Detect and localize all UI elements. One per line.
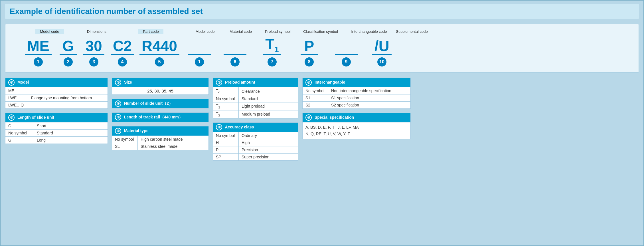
code-ME-text: ME [25, 38, 52, 55]
accuracy-P-symbol: P [213, 146, 239, 153]
material-nosymbol-desc: High carbon steel made [138, 136, 209, 143]
length-track-table: ⑤ Length of track rail（440 mm） [112, 112, 209, 122]
interchangeable-S2-desc: S2 specification [328, 102, 411, 109]
material-table: ⑥ Material type No symbol High carbon st… [112, 126, 209, 150]
length-track-circle: ⑤ [115, 114, 121, 120]
col-4: ⑨ Interchangeable No symbol Non-intercha… [302, 78, 411, 139]
model-LWEQ-desc [28, 102, 108, 109]
accuracy-P-desc: Precision [239, 146, 298, 153]
code-C2-num: 4 [118, 57, 127, 66]
label-classification-symbol-text: Classification symbol [301, 29, 340, 34]
accuracy-row-H: H High [213, 139, 298, 146]
label-interchangeable-code: Interchangeable code [345, 29, 393, 34]
preload-nosymbol-desc: Standard [239, 95, 298, 102]
length-slide-table: ② Length of slide unit C Short No symbol… [5, 113, 108, 144]
model-row-LWEQ: LWE…Q [5, 102, 108, 109]
accuracy-table: ⑧ Accuracy class No symbol Ordinary H Hi… [213, 122, 298, 161]
accuracy-nosymbol-symbol: No symbol [213, 132, 239, 139]
preload-row-T2: T2 Medium preload [213, 110, 298, 118]
preload-T1-desc: Light preload [239, 102, 298, 110]
interchangeable-row-nosymbol: No symbol Non-interchangeable specificat… [303, 87, 411, 94]
code-blank1-num: 1 [195, 57, 204, 66]
accuracy-SP-desc: Super precision [239, 153, 298, 160]
label-model-code-text: Model code [35, 29, 64, 34]
preload-T1-symbol: T1 [213, 102, 239, 110]
title-bar: Example of identification number of asse… [5, 4, 639, 19]
code-blank6-text [224, 38, 246, 55]
label-supplemental-code: Supplemental code [393, 29, 430, 34]
model-table-header: ① Model [5, 78, 108, 87]
material-nosymbol-symbol: No symbol [112, 136, 138, 143]
label-material-code-text: Material code [227, 29, 254, 34]
model-row-LWE: LWE Flange type mounting from bottom [5, 94, 108, 102]
length-slide-row-nosymbol: No symbol Standard [5, 130, 108, 137]
accuracy-H-desc: High [239, 139, 298, 146]
special-value: A, BS, D, E, F, I , J, L, LF, MAN, Q, RE… [303, 122, 411, 139]
label-material-code: Material code [222, 29, 259, 34]
length-G-desc: Long [34, 137, 108, 144]
label-preload-symbol-text: Preload symbol [263, 29, 293, 34]
interchangeable-table: ⑨ Interchangeable No symbol Non-intercha… [302, 78, 411, 109]
model-LWE-desc: Flange type mounting from bottom [28, 94, 108, 102]
code-blank9-text [335, 38, 358, 55]
code-R440-num: 5 [155, 57, 164, 66]
accuracy-nosymbol-desc: Ordinary [239, 132, 298, 139]
accuracy-SP-symbol: SP [213, 153, 239, 160]
code-C2-text: C2 [111, 38, 134, 55]
preload-Tc-desc: Clearance [239, 87, 298, 95]
length-C-desc: Short [34, 122, 108, 130]
code-T1-num: 7 [268, 57, 277, 66]
preload-row-Tc: Tc Clearance [213, 87, 298, 95]
accuracy-row-nosymbol: No symbol Ordinary [213, 132, 298, 139]
code-R440: R440 5 [137, 38, 182, 66]
accuracy-row-P: P Precision [213, 146, 298, 153]
special-header: ⑩ Special specification [303, 113, 411, 122]
code-blank6: 6 [216, 38, 254, 66]
interchangeable-S1-desc: S1 specification [328, 94, 411, 102]
accuracy-row-SP: SP Super precision [213, 153, 298, 160]
code-U-text: /U [372, 38, 392, 55]
material-circle: ⑥ [115, 128, 121, 134]
preload-T2-desc: Medium preload [239, 110, 298, 118]
tables-section: ① Model ME LWE Flange type mounting from… [5, 78, 639, 160]
label-interchangeable-code-text: Interchangeable code [349, 29, 389, 34]
code-T1-text: T1 [263, 36, 281, 55]
length-C-symbol: C [5, 122, 34, 130]
code-G-text: G [60, 38, 77, 55]
col-3: ⑦ Preload amount Tc Clearance No symbol … [213, 78, 298, 160]
preload-nosymbol-symbol: No symbol [213, 95, 239, 102]
length-track-header: ⑤ Length of track rail（440 mm） [112, 113, 209, 122]
label-dimensions-text: Dimensions [85, 29, 109, 34]
model-row-ME: ME [5, 87, 108, 94]
code-blank1-text [188, 38, 211, 55]
special-value-row: A, BS, D, E, F, I , J, L, LF, MAN, Q, RE… [303, 122, 411, 139]
material-SL-symbol: SL [112, 143, 138, 150]
number-slide-circle: ④ [115, 100, 121, 107]
size-table: ③ Size 25, 30, 35, 45 [112, 78, 209, 95]
label-preload-symbol: Preload symbol [259, 29, 296, 34]
interchangeable-row-S2: S2 S2 specification [303, 102, 411, 109]
code-P-num: 8 [305, 57, 314, 66]
code-R440-text: R440 [139, 38, 179, 55]
material-SL-desc: Stainless steel made [138, 143, 209, 150]
preload-header: ⑦ Preload amount [213, 78, 298, 87]
preload-row-nosymbol: No symbol Standard [213, 95, 298, 102]
length-nosymbol-desc: Standard [34, 130, 108, 137]
length-slide-circle: ② [8, 114, 15, 121]
preload-table: ⑦ Preload amount Tc Clearance No symbol … [213, 78, 298, 118]
size-circle: ③ [115, 79, 121, 86]
code-30: 30 3 [80, 38, 108, 66]
label-dimensions: Dimensions [80, 29, 114, 34]
interchangeable-row-S1: S1 S1 specification [303, 94, 411, 102]
label-model-code-2-text: Model code [193, 29, 217, 34]
code-P-text: P [301, 38, 318, 55]
length-slide-header: ② Length of slide unit [5, 113, 108, 122]
label-part-code: Part code [114, 29, 188, 34]
length-slide-row-C: C Short [5, 122, 108, 130]
label-part-code-text: Part code [138, 29, 163, 34]
code-U: /U 10 [365, 38, 399, 66]
code-T1: T1 7 [254, 36, 291, 66]
col-2: ③ Size 25, 30, 35, 45 ④ Number of slide … [112, 78, 209, 150]
code-blank9-num: 9 [342, 57, 351, 66]
model-table: ① Model ME LWE Flange type mounting from… [5, 78, 108, 109]
